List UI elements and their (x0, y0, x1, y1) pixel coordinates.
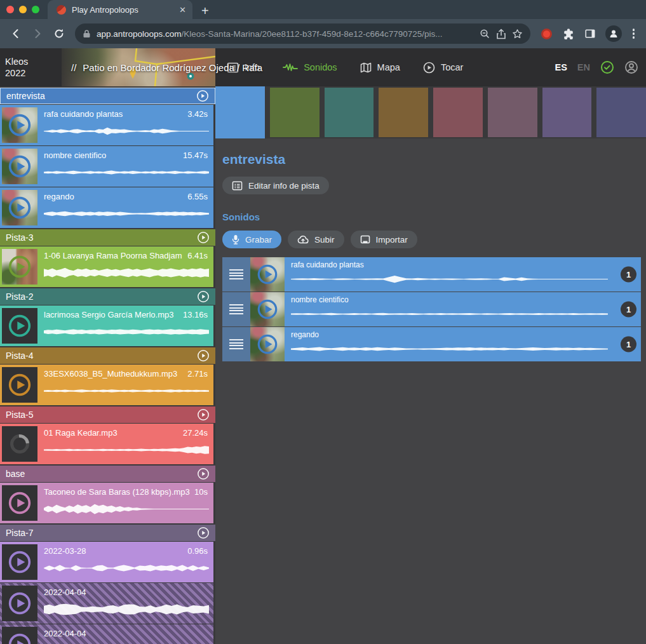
sound-item[interactable]: lacrimosa Sergio García Merlo.mp313.16s (0, 305, 213, 346)
sound-thumbnail[interactable] (250, 257, 285, 292)
sound-item[interactable]: 1-06 Lavanya Rama Poorna Shadjam Rupak..… (0, 246, 213, 287)
side-panel-icon[interactable] (581, 24, 600, 43)
track-header[interactable]: Pista-3 (0, 229, 215, 246)
brand[interactable]: Kleos 2022 (5, 56, 28, 79)
drag-handle[interactable] (222, 292, 250, 326)
sound-thumbnail[interactable] (2, 544, 37, 580)
sound-thumbnail[interactable] (250, 327, 285, 361)
play-overlay-icon[interactable] (2, 190, 37, 225)
sidebar-track: Pista-7 2022-03-280.96s 2022-04-04 2022-… (0, 525, 215, 644)
account-icon[interactable] (624, 60, 638, 74)
sound-item[interactable]: 2022-04-04 (0, 624, 213, 644)
track-play-icon[interactable] (197, 231, 210, 244)
track-play-icon[interactable] (197, 467, 210, 480)
track-header[interactable]: Pista-4 (0, 347, 215, 364)
sound-item[interactable]: regando6.55s (0, 187, 213, 228)
sound-thumbnail[interactable] (2, 249, 37, 285)
lang-es-button[interactable]: ES (555, 62, 567, 72)
play-overlay-icon[interactable] (250, 327, 285, 361)
play-overlay-icon[interactable] (2, 485, 37, 521)
play-overlay-icon[interactable] (2, 627, 37, 644)
new-tab-button[interactable]: + (201, 3, 209, 19)
play-overlay-icon[interactable] (2, 107, 37, 143)
sound-thumbnail[interactable] (2, 485, 37, 521)
drag-handle[interactable] (222, 327, 250, 361)
panel-sound-row[interactable]: regando 1 (222, 327, 641, 361)
drag-handle[interactable] (222, 257, 250, 292)
upload-button[interactable]: Subir (288, 231, 344, 248)
browser-menu-icon[interactable] (633, 29, 635, 39)
url-path: /Kleos-Santa-Marina/20ee8112-b37f-459d-8… (182, 29, 443, 39)
panel-sound-row[interactable]: nombre cientifico 1 (222, 292, 641, 326)
sound-thumbnail[interactable] (2, 367, 37, 403)
nav-mapa[interactable]: Mapa (360, 62, 400, 73)
sound-thumbnail[interactable] (2, 627, 37, 644)
track-header[interactable]: Pista-2 (0, 288, 215, 305)
sound-thumbnail[interactable] (2, 426, 37, 462)
sound-thumbnail[interactable] (2, 308, 37, 344)
track-swatch[interactable] (488, 88, 537, 137)
play-overlay-icon[interactable] (2, 367, 37, 403)
sound-item[interactable]: 33ESX6038_B5_Muthedukkum.mp32.71s (0, 365, 213, 405)
track-swatch[interactable] (596, 88, 646, 137)
track-header[interactable]: Pista-5 (0, 406, 215, 423)
track-play-icon[interactable] (197, 408, 210, 421)
track-play-icon[interactable] (197, 527, 210, 539)
track-header[interactable]: entrevista (0, 88, 215, 104)
track-header[interactable]: base (0, 466, 215, 482)
play-overlay-icon[interactable] (250, 257, 285, 292)
track-swatch[interactable] (433, 88, 483, 137)
reload-button[interactable] (50, 24, 69, 43)
sound-item[interactable]: nombre cientifico15.47s (0, 146, 213, 187)
sound-thumbnail[interactable] (2, 586, 37, 621)
close-window-button[interactable] (6, 6, 14, 13)
minimize-window-button[interactable] (19, 6, 27, 13)
play-overlay-icon[interactable] (2, 308, 37, 344)
nav-tocar[interactable]: Tocar (423, 62, 463, 74)
extensions-puzzle-icon[interactable] (559, 24, 578, 43)
nav-sonidos[interactable]: Sonidos (283, 62, 337, 72)
address-bar[interactable]: app.antropoloops.com/Kleos-Santa-Marina/… (75, 23, 530, 44)
import-button[interactable]: Importar (351, 231, 417, 248)
sound-thumbnail[interactable] (2, 149, 37, 184)
record-button[interactable]: Grabar (222, 231, 281, 248)
forward-button[interactable] (28, 24, 47, 43)
edit-track-info-button[interactable]: Editar info de pista (222, 177, 329, 194)
sound-thumbnail[interactable] (250, 292, 285, 326)
track-swatch[interactable] (379, 88, 428, 137)
sound-item[interactable]: 2022-03-280.96s (0, 542, 213, 582)
track-swatch[interactable] (542, 88, 592, 137)
sound-item[interactable]: 2022-04-04 (0, 583, 213, 624)
lock-icon[interactable] (83, 29, 91, 38)
sound-item[interactable]: 01 Raga Kedar.mp327.24s (0, 424, 213, 464)
track-play-icon[interactable] (196, 90, 209, 102)
track-play-icon[interactable] (197, 290, 210, 303)
panel-sound-row[interactable]: rafa cuidando plantas 1 (222, 257, 641, 292)
project-header[interactable]: Kleos 2022 //Patio en Bordador Rodríguez… (0, 48, 215, 86)
profile-avatar[interactable] (605, 25, 622, 42)
zoom-out-icon[interactable] (480, 29, 490, 39)
track-header[interactable]: Pista-7 (0, 525, 215, 541)
sound-thumbnail[interactable] (2, 190, 37, 225)
track-play-icon[interactable] (197, 349, 210, 362)
track-swatch-selected[interactable] (215, 86, 265, 138)
sound-thumbnail[interactable] (2, 107, 37, 143)
play-overlay-icon[interactable] (2, 249, 37, 285)
url-text[interactable]: app.antropoloops.com/Kleos-Santa-Marina/… (97, 29, 474, 39)
lang-en-button[interactable]: EN (577, 62, 590, 72)
track-swatch[interactable] (270, 88, 320, 137)
tab-close-icon[interactable]: ✕ (179, 5, 186, 15)
back-button[interactable] (6, 24, 25, 43)
share-icon[interactable] (496, 29, 506, 39)
record-extension-icon[interactable] (541, 29, 552, 39)
play-overlay-icon[interactable] (2, 149, 37, 184)
browser-tab[interactable]: Play Antropoloops ✕ (48, 0, 192, 19)
sound-item[interactable]: Taconeo de Sara Baras (128 kbps).mp310s (0, 483, 213, 523)
play-overlay-icon[interactable] (2, 586, 37, 621)
track-swatch[interactable] (325, 88, 374, 137)
play-overlay-icon[interactable] (2, 544, 37, 580)
sound-item[interactable]: rafa cuidando plantas3.42s (0, 105, 213, 145)
bookmark-star-icon[interactable] (512, 29, 523, 39)
maximize-window-button[interactable] (32, 6, 39, 13)
play-overlay-icon[interactable] (250, 292, 285, 326)
